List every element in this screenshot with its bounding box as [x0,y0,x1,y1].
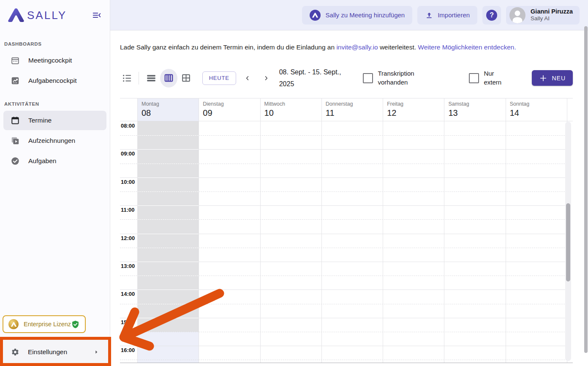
current-day-shading [137,332,199,363]
add-sally-label: Sally zu Meeting hinzufügen [326,11,405,19]
day-name: Freitag [387,101,444,107]
user-name: Gianni Piruzza [531,8,573,15]
grid-line [137,304,199,304]
grid-line [137,219,199,220]
day-view-button[interactable] [144,71,158,85]
grid-line [137,290,199,290]
day-name: Samstag [448,101,505,107]
sidebar-item-label: Meetingcockpit [28,57,72,64]
next-week-button[interactable] [259,71,273,85]
grid-line [137,164,199,164]
grid-line [120,332,137,332]
user-menu[interactable]: Gianni Piruzza Sally AI [506,6,580,25]
transcription-filter-label: Transkription vorhanden [378,69,422,87]
more-options-link[interactable]: Weitere Möglichkeiten entdecken. [418,44,516,51]
day-name: Donnerstag [326,101,383,107]
sidebar-item-label: Aufzeichnungen [28,137,75,145]
day-header-samstag: Samstag13 [444,98,505,121]
grid-line [120,304,137,304]
sidebar-bottom: Enterprise Lizenz Einstellungen [0,315,110,366]
month-view-button[interactable] [179,71,193,85]
day-date: 09 [203,108,260,118]
day-name: Dienstag [203,101,260,107]
help-button[interactable]: ? [482,6,501,25]
day-date: 13 [448,108,505,118]
sidebar-item-aufzeichnungen[interactable]: Aufzeichnungen [3,131,106,150]
import-button[interactable]: Importieren [417,6,477,25]
calendar-grid[interactable]: 08:0009:0010:0011:0012:0013:0014:0015:00… [120,121,573,363]
invite-email-link[interactable]: invite@sally.io [336,44,378,51]
license-badge[interactable]: Enterprise Lizenz [3,315,86,333]
sidebar-item-einstellungen[interactable]: Einstellungen [0,338,110,366]
grid-column-border [260,121,261,363]
grid-line [137,234,199,234]
grid-line [120,290,137,290]
time-label: 12:00 [121,235,135,241]
banner-text: Lade Sally ganz einfach zu deinem Termin… [120,44,336,51]
external-filter-checkbox[interactable]: Nur extern [469,69,507,87]
transcription-filter-checkbox[interactable]: Transkription vorhanden [363,69,422,87]
grid-line [120,135,137,136]
calendar-scrollbar[interactable] [565,122,571,361]
new-event-button[interactable]: NEU [532,70,573,86]
app-title: SALLY [27,9,67,22]
upload-icon [425,11,433,19]
toolbar-divider [139,72,139,85]
day-date: 14 [510,108,567,118]
grid-line [137,262,199,262]
day-date: 10 [264,108,321,118]
invite-banner: Lade Sally ganz einfach zu deinem Termin… [120,41,588,54]
import-label: Importieren [438,11,470,19]
user-org: Sally AI [531,15,573,22]
menu-collapse-icon [92,11,101,20]
page-scrollbar[interactable] [584,26,588,353]
grid-line [137,135,199,136]
license-logo-icon [8,319,19,329]
grid-line [137,205,199,206]
sidebar-item-aufgaben[interactable]: Aufgaben [3,151,106,171]
grid-line [137,178,199,178]
grid-line [120,149,137,150]
add-sally-to-meeting-button[interactable]: Sally zu Meeting hinzufügen [302,6,413,25]
agenda-view-button[interactable] [120,71,134,85]
grid-line [137,276,199,276]
checkbox-unchecked-icon [469,73,479,83]
grid-line [120,205,137,206]
day-header-montag: Montag08 [137,98,199,121]
sidebar-item-termine[interactable]: Termine [3,111,106,130]
sally-logo-icon [7,6,25,25]
time-label: 10:00 [121,179,135,185]
grid-line [120,178,137,178]
plus-icon [539,74,547,82]
help-icon: ? [486,10,497,21]
previous-week-button[interactable] [240,71,255,85]
time-label: 13:00 [121,263,135,269]
logo-row: SALLY [0,0,110,30]
user-info: Gianni Piruzza Sally AI [531,8,573,22]
checkbox-unchecked-icon [363,73,373,83]
analytics-icon [11,76,20,85]
video-library-icon [11,136,20,145]
sidebar-item-aufgabencockpit[interactable]: Aufgabencockpit [3,71,106,90]
grid-line [120,219,137,220]
calendar-dots-icon [11,56,20,65]
grid-line [120,191,137,192]
grid-column-border [321,121,322,363]
external-filter-label: Nur extern [484,69,507,87]
grid-column-border [506,121,506,363]
license-label: Enterprise Lizenz [24,321,71,328]
day-name: Sonntag [510,101,567,107]
today-button[interactable]: HEUTE [202,71,236,85]
week-view-button[interactable] [160,69,177,87]
grid-line [120,360,137,360]
sidebar-collapse-button[interactable] [91,10,102,21]
day-header-end-border [567,98,567,121]
grid-icon [181,73,191,83]
calendar-scrollbar-thumb[interactable] [566,203,570,281]
main-content: Lade Sally ganz einfach zu deinem Termin… [110,30,588,366]
time-label: 16:00 [121,347,135,353]
time-label: 15:00 [121,319,135,325]
sidebar-item-meetingcockpit[interactable]: Meetingcockpit [3,51,106,70]
app-root: SALLY DASHBOARDSMeetingcockpitAufgabenco… [0,0,588,366]
grid-line [120,318,137,318]
